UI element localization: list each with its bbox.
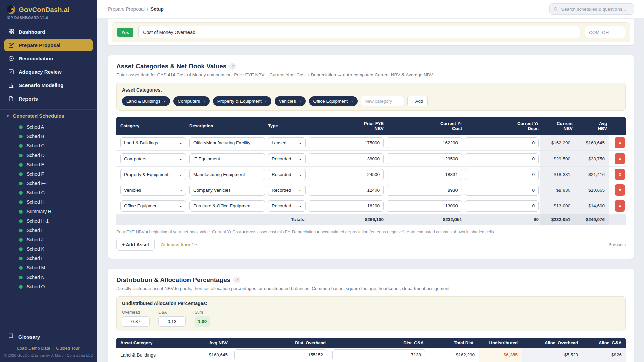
current-yr-cost-input[interactable] bbox=[387, 200, 462, 212]
help-icon[interactable]: ? bbox=[229, 63, 236, 70]
type-select[interactable]: Leased⌄ bbox=[268, 137, 306, 148]
sidebar-item-sched-h[interactable]: Sched H bbox=[0, 197, 97, 207]
sidebar-item-sched-l[interactable]: Sched L bbox=[0, 254, 97, 263]
description-input[interactable] bbox=[189, 137, 265, 148]
nav-item-scenario-modeling[interactable]: Scenario Modeling bbox=[4, 79, 93, 91]
close-icon[interactable]: × bbox=[351, 99, 353, 103]
nav-item-prepare-proposal[interactable]: Prepare Proposal bbox=[4, 39, 93, 51]
delete-asset-button[interactable]: x bbox=[615, 169, 625, 180]
sidebar-item-sched-h-1[interactable]: Sched H-1 bbox=[0, 216, 97, 226]
category-select[interactable]: Land & Buildings⌄ bbox=[120, 137, 186, 148]
dist-ga-input[interactable] bbox=[332, 349, 425, 360]
sidebar-item-sched-m[interactable]: Sched M bbox=[0, 263, 97, 273]
schedule-label: Sched M bbox=[26, 265, 45, 270]
schedule-list: Sched A Sched B Sched C Sched D Sched E … bbox=[0, 119, 97, 291]
delete-asset-button[interactable]: x bbox=[615, 200, 625, 212]
check-square-icon bbox=[8, 69, 14, 75]
type-select[interactable]: Recorded⌄ bbox=[268, 200, 306, 212]
chevron-down-icon: ⌄ bbox=[179, 140, 182, 145]
sidebar-item-sched-f[interactable]: Sched F bbox=[0, 169, 97, 179]
current-yr-cost-input[interactable] bbox=[387, 137, 462, 148]
schedule-code-input[interactable] bbox=[585, 26, 625, 38]
prior-fye-nbv-input[interactable] bbox=[309, 137, 384, 148]
close-icon[interactable]: × bbox=[299, 99, 301, 103]
sidebar-item-sched-n[interactable]: Sched N bbox=[0, 273, 97, 282]
sidebar-item-sched-o[interactable]: Sched O bbox=[0, 282, 97, 291]
sidebar-item-sched-e[interactable]: Sched E bbox=[0, 160, 97, 169]
asset-count: 5 assets bbox=[609, 242, 626, 247]
sidebar-item-sched-d[interactable]: Sched D bbox=[0, 150, 97, 160]
sidebar-item-sched-k[interactable]: Sched K bbox=[0, 244, 97, 254]
type-select[interactable]: Recorded⌄ bbox=[268, 153, 306, 164]
prior-fye-nbv-input[interactable] bbox=[309, 153, 384, 164]
sidebar-item-summary-h[interactable]: Summary H bbox=[0, 207, 97, 216]
chevron-down-icon: ⌄ bbox=[299, 203, 302, 208]
yes-badge[interactable]: Yes bbox=[117, 28, 133, 37]
prior-fye-nbv-input[interactable] bbox=[309, 185, 384, 196]
sidebar-item-sched-a[interactable]: Sched A bbox=[0, 122, 97, 132]
type-select[interactable]: Recorded⌄ bbox=[268, 169, 306, 180]
current-yr-depr-input[interactable] bbox=[465, 169, 539, 180]
category-select[interactable]: Computers⌄ bbox=[120, 153, 186, 164]
category-tag-land-buildings[interactable]: Land & Buildings × bbox=[122, 96, 170, 106]
category-select[interactable]: Office Equipment⌄ bbox=[120, 200, 186, 212]
type-select[interactable]: Recorded⌄ bbox=[268, 185, 306, 196]
column-header-avg-nbv: Avg NBV bbox=[188, 340, 232, 345]
current-yr-depr-input[interactable] bbox=[465, 153, 539, 164]
schedule-label: Sched N bbox=[26, 275, 45, 280]
close-icon[interactable]: × bbox=[203, 99, 205, 103]
category-tag-office-equipment[interactable]: Office Equipment × bbox=[309, 96, 358, 106]
category-tag-computers[interactable]: Computers × bbox=[173, 96, 210, 106]
delete-asset-button[interactable]: x bbox=[615, 153, 625, 164]
ga-pct-input[interactable] bbox=[158, 316, 186, 327]
question-text-input[interactable] bbox=[138, 26, 580, 38]
category-tag-vehicles[interactable]: Vehicles × bbox=[275, 96, 306, 106]
description-input[interactable] bbox=[189, 200, 265, 212]
avg-nbv-value: $21,416 bbox=[574, 167, 609, 182]
prior-fye-nbv-input[interactable] bbox=[309, 200, 384, 212]
category-select[interactable]: Vehicles⌄ bbox=[120, 185, 186, 196]
nav-item-adequacy-review[interactable]: Adequacy Review bbox=[4, 66, 93, 78]
description-input[interactable] bbox=[189, 169, 265, 180]
sidebar-item-sched-i[interactable]: Sched I bbox=[0, 226, 97, 235]
breadcrumb-parent[interactable]: Prepare Proposal bbox=[108, 6, 145, 12]
prior-fye-nbv-input[interactable] bbox=[309, 169, 384, 180]
sidebar-item-sched-j[interactable]: Sched J bbox=[0, 235, 97, 244]
description-input[interactable] bbox=[189, 153, 265, 164]
description-input[interactable] bbox=[189, 185, 265, 196]
help-icon[interactable]: ? bbox=[233, 277, 240, 283]
generated-schedules-header[interactable]: ▼ Generated Schedules bbox=[0, 113, 97, 119]
delete-asset-button[interactable]: x bbox=[615, 137, 625, 148]
glossary-item[interactable]: Glossary bbox=[0, 330, 97, 343]
sidebar-item-sched-c[interactable]: Sched C bbox=[0, 141, 97, 150]
current-yr-depr-input[interactable] bbox=[465, 185, 539, 196]
import-from-file-link[interactable]: Or import from file... bbox=[161, 242, 201, 247]
current-yr-cost-input[interactable] bbox=[387, 153, 462, 164]
sidebar-item-sched-f-1[interactable]: Sched F-1 bbox=[0, 179, 97, 188]
search-box[interactable] bbox=[549, 3, 634, 15]
close-icon[interactable]: × bbox=[163, 99, 166, 103]
column-header-asset-category: Asset Category bbox=[116, 340, 188, 345]
nav-item-reconciliation[interactable]: Reconciliation bbox=[4, 53, 93, 64]
current-yr-depr-input[interactable] bbox=[465, 137, 539, 148]
nav-item-dashboard[interactable]: Dashboard bbox=[4, 26, 93, 38]
category-tag-property-equipment[interactable]: Property & Equipment × bbox=[213, 96, 271, 106]
current-yr-depr-input[interactable] bbox=[465, 200, 539, 212]
category-select[interactable]: Property & Equipment⌄ bbox=[120, 169, 186, 180]
nav-item-reports[interactable]: Reports bbox=[4, 93, 93, 105]
search-input[interactable] bbox=[561, 7, 630, 12]
overhead-pct-input[interactable] bbox=[122, 316, 150, 327]
asset-table-totals-row: Totals: $266,100 $232,051 $0 $232,051 $2… bbox=[116, 214, 626, 225]
sidebar-item-sched-g[interactable]: Sched G bbox=[0, 188, 97, 197]
close-icon[interactable]: × bbox=[265, 99, 267, 103]
current-yr-cost-input[interactable] bbox=[387, 169, 462, 180]
new-category-input[interactable] bbox=[361, 96, 404, 106]
sidebar-item-sched-b[interactable]: Sched B bbox=[0, 132, 97, 141]
guided-tour-link[interactable]: Guided Tour bbox=[56, 346, 80, 351]
delete-asset-button[interactable]: x bbox=[615, 184, 625, 196]
load-demo-data-link[interactable]: Load Demo Data bbox=[17, 346, 50, 351]
add-category-button[interactable]: + Add bbox=[407, 96, 428, 106]
current-yr-cost-input[interactable] bbox=[387, 185, 462, 196]
add-asset-button[interactable]: + Add Asset bbox=[116, 239, 155, 251]
dist-overhead-input[interactable] bbox=[234, 349, 327, 360]
